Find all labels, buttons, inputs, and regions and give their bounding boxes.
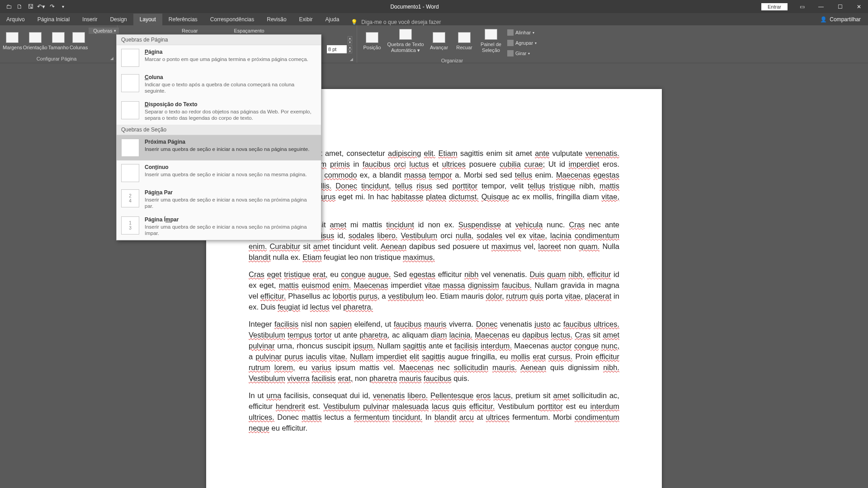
size-label: Tamanho [48,45,69,51]
minimize-icon[interactable]: — [812,2,830,12]
rotate-label: Girar [515,51,526,56]
ribbon-options-icon[interactable]: ▭ [793,2,811,12]
size-icon [52,32,65,43]
tab-view[interactable]: Exibir [293,14,319,25]
spin-up-icon[interactable]: ▲ [348,45,352,49]
new-doc-icon[interactable]: 🗋 [14,2,24,12]
bring-forward-icon [433,32,445,43]
tab-help[interactable]: Ajuda [319,14,346,25]
arrange-group-label: Organizar [441,58,463,63]
wrap-text-label-l1: Quebra de Texto [387,42,424,47]
orientation-label: Orientação [23,45,47,51]
columns-icon [72,32,85,43]
section-breaks-header: Quebras de Seção [117,125,321,135]
selection-pane-label-l1: Painel de [481,42,501,47]
wrap-text-icon [399,29,412,40]
chevron-down-icon: ▾ [114,28,116,33]
position-button[interactable]: Posição [360,27,384,55]
page-setup-launcher-icon[interactable]: ◢ [110,56,113,61]
paragraph-4[interactable]: Integer facilisis nisl non sapien eleife… [249,319,619,384]
size-button[interactable]: Tamanho [48,27,69,55]
bring-forward-button[interactable]: Avançar [427,27,451,55]
tab-review[interactable]: Revisão [260,14,292,25]
break-continuous-title: Contínuo [145,164,169,170]
break-page-icon [121,49,139,67]
margins-icon [6,32,19,43]
margins-label: Margens [3,45,22,51]
spacing-after-field[interactable]: 8 pt ▲▼ [327,45,352,53]
align-button[interactable]: Alinhar ▾ [505,28,538,37]
spin-down-icon[interactable]: ▼ [348,49,352,53]
paragraph-3[interactable]: Cras eget tristique erat, eu congue augu… [249,269,619,312]
paragraph-launcher-icon[interactable]: ◢ [350,57,353,61]
chevron-down-icon: ▾ [533,31,534,35]
break-next-page-desc: Inserir uma quebra de seção e iniciar a … [145,146,316,152]
redo-icon[interactable]: ↷ [47,2,57,12]
tab-design[interactable]: Design [104,14,133,25]
document-title: Documento1 - Word [68,4,761,10]
wrap-text-label-l2: Automática [391,47,416,53]
tab-layout[interactable]: Layout [133,14,162,25]
position-icon [366,32,378,43]
selection-pane-icon [485,29,497,40]
break-continuous-item[interactable]: Contínuo Inserir uma quebra de seção e i… [117,160,321,186]
spin-up-icon[interactable]: ▲ [348,36,352,40]
qat-customize-icon[interactable]: ▾ [58,2,68,12]
rotate-button[interactable]: Girar ▾ [505,49,538,58]
break-column-title: oluna [149,74,163,80]
break-page-item[interactable]: Página Marcar o ponto em que uma página … [117,45,321,70]
group-icon [507,40,514,46]
send-backward-label: Recuar [456,45,472,51]
orientation-icon [29,32,42,43]
break-page-desc: Marcar o ponto em que uma página termina… [145,56,316,62]
break-even-page-title: Página Par [145,189,173,196]
break-even-page-icon: 24 [121,189,139,207]
break-next-page-icon [121,139,139,157]
wrap-text-button[interactable]: Quebra de Texto Automática ▾ [385,27,426,55]
break-odd-page-item[interactable]: 13 Página Ímpar Inserir uma quebra de se… [117,213,321,240]
break-odd-page-title: Página Ímpar [145,216,179,223]
break-next-page-item[interactable]: Próxima Página Inserir uma quebra de seç… [117,135,321,160]
tab-references[interactable]: Referências [162,14,204,25]
tab-file[interactable]: Arquivo [0,14,31,25]
group-button[interactable]: Agrupar ▾ [505,38,538,47]
breaks-button[interactable]: Quebras ▾ [89,28,119,34]
group-arrange: Posição Quebra de Texto Automática ▾ Ava… [357,25,547,63]
tab-insert[interactable]: Inserir [76,14,104,25]
break-even-page-item[interactable]: 24 Página Par Inserir uma quebra de seçã… [117,186,321,213]
close-icon[interactable]: ✕ [850,2,868,12]
tab-home[interactable]: Página Inicial [31,14,76,25]
autosave-icon[interactable]: 🗀 [4,2,14,12]
chevron-down-icon: ▾ [535,41,537,45]
page-setup-group-label: Configurar Página [37,56,77,61]
columns-button[interactable]: Colunas [70,27,88,55]
save-icon[interactable]: 🖫 [25,2,35,12]
margins-button[interactable]: Margens [3,27,22,55]
undo-icon[interactable]: ↶▾ [36,2,46,12]
break-text-wrapping-icon [121,101,139,119]
spacing-before-field[interactable]: t ▲▼ [327,36,352,44]
group-label: Agrupar [515,40,533,46]
breaks-dropdown-menu: Quebras de Página Página Marcar o ponto … [116,34,321,240]
break-column-icon [121,74,139,92]
tell-me-search[interactable]: 💡 Diga-me o que você deseja fazer [345,19,446,25]
break-odd-page-icon: 13 [121,216,139,235]
spacing-label: Espaçamento [234,28,264,33]
position-label: Posição [363,45,381,51]
spin-down-icon[interactable]: ▼ [348,40,352,44]
breaks-label: Quebras [93,28,112,33]
send-backward-button[interactable]: Recuar [452,27,476,55]
tab-mailings[interactable]: Correspondências [204,14,260,25]
break-text-wrapping-item[interactable]: Disposição do Texto Separar o texto ao r… [117,98,321,125]
orientation-button[interactable]: Orientação [23,27,47,55]
share-label: Compartilhar [830,16,861,23]
maximize-icon[interactable]: ☐ [831,2,849,12]
paragraph-5[interactable]: In ut urna facilisis, consequat dui id, … [249,390,619,433]
share-button[interactable]: 👤 Compartilhar [813,14,868,25]
signin-button[interactable]: Entrar [761,3,788,10]
selection-pane-button[interactable]: Painel de Seleção [477,27,505,55]
title-bar: 🗀 🗋 🖫 ↶▾ ↷ ▾ Documento1 - Word Entrar ▭ … [0,0,868,13]
break-column-item[interactable]: Coluna Indicar que o texto após a quebra… [117,70,321,98]
ribbon-tabs: Arquivo Página Inicial Inserir Design La… [0,13,868,25]
break-continuous-icon [121,164,139,182]
